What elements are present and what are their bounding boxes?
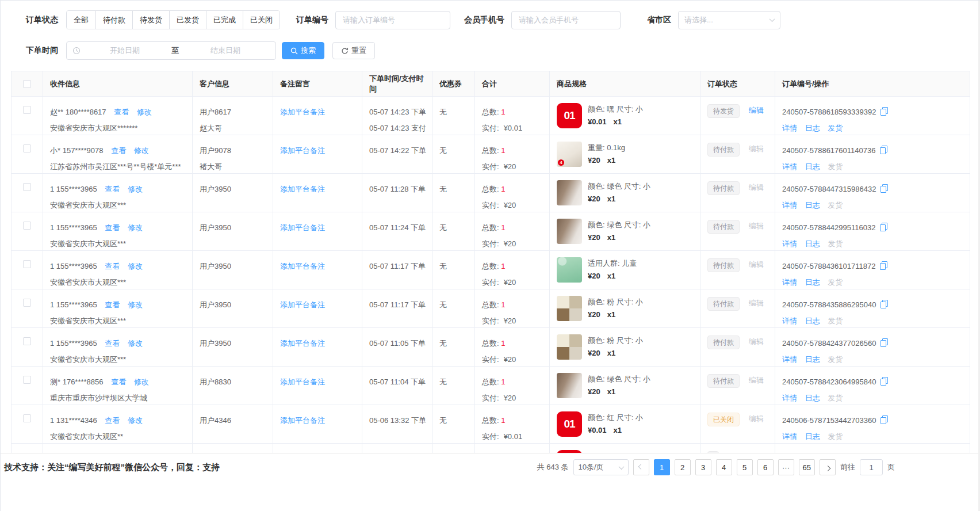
log-link[interactable]: 日志 bbox=[805, 124, 820, 132]
log-link[interactable]: 日志 bbox=[805, 355, 820, 364]
add-platform-note-link[interactable]: 添加平台备注 bbox=[280, 377, 325, 386]
row-checkbox[interactable] bbox=[23, 299, 31, 307]
view-recipient-link[interactable]: 查看 bbox=[105, 185, 120, 193]
edit-order-link[interactable]: 编辑 bbox=[749, 376, 764, 384]
start-date-placeholder[interactable]: 开始日期 bbox=[81, 45, 169, 56]
detail-link[interactable]: 详情 bbox=[782, 239, 797, 248]
add-platform-note-link[interactable]: 添加平台备注 bbox=[280, 108, 325, 116]
region-select[interactable]: 请选择... bbox=[678, 11, 780, 29]
ship-link[interactable]: 发货 bbox=[828, 278, 843, 287]
status-filter-button-5[interactable]: 已关闭 bbox=[243, 11, 280, 29]
log-link[interactable]: 日志 bbox=[805, 278, 820, 287]
order-no-input[interactable] bbox=[335, 11, 450, 29]
view-recipient-link[interactable]: 查看 bbox=[105, 339, 120, 348]
modify-recipient-link[interactable]: 修改 bbox=[128, 416, 143, 425]
log-link[interactable]: 日志 bbox=[805, 316, 820, 325]
page-button-65[interactable]: 65 bbox=[799, 459, 815, 475]
edit-order-link[interactable]: 编辑 bbox=[749, 299, 764, 307]
view-recipient-link[interactable]: 查看 bbox=[105, 223, 120, 232]
end-date-placeholder[interactable]: 结束日期 bbox=[181, 45, 270, 56]
page-button-6[interactable]: 6 bbox=[757, 459, 774, 475]
log-link[interactable]: 日志 bbox=[805, 432, 820, 441]
detail-link[interactable]: 详情 bbox=[782, 124, 797, 132]
edit-order-link[interactable]: 编辑 bbox=[749, 414, 764, 423]
detail-link[interactable]: 详情 bbox=[782, 278, 797, 287]
modify-recipient-link[interactable]: 修改 bbox=[137, 108, 152, 116]
log-link[interactable]: 日志 bbox=[805, 201, 820, 209]
detail-link[interactable]: 详情 bbox=[782, 316, 797, 325]
ship-link[interactable]: 发货 bbox=[828, 124, 843, 132]
status-filter-button-4[interactable]: 已完成 bbox=[206, 11, 243, 29]
ship-link[interactable]: 发货 bbox=[828, 355, 843, 364]
copy-icon[interactable] bbox=[881, 415, 888, 424]
page-button-4[interactable]: 4 bbox=[716, 459, 732, 475]
detail-link[interactable]: 详情 bbox=[782, 201, 797, 209]
view-recipient-link[interactable]: 查看 bbox=[114, 108, 129, 116]
page-button-1[interactable]: 1 bbox=[654, 459, 670, 475]
row-checkbox[interactable] bbox=[23, 183, 31, 191]
ship-link[interactable]: 发货 bbox=[828, 316, 843, 325]
page-button-2[interactable]: 2 bbox=[675, 459, 691, 475]
copy-icon[interactable] bbox=[881, 338, 888, 347]
more-pages-button[interactable]: ··· bbox=[778, 459, 794, 475]
edit-order-link[interactable]: 编辑 bbox=[749, 144, 764, 153]
edit-order-link[interactable]: 编辑 bbox=[749, 260, 764, 269]
modify-recipient-link[interactable]: 修改 bbox=[128, 185, 143, 193]
view-recipient-link[interactable]: 查看 bbox=[111, 377, 126, 386]
row-checkbox[interactable] bbox=[23, 414, 31, 422]
add-platform-note-link[interactable]: 添加平台备注 bbox=[280, 262, 325, 270]
status-filter-button-1[interactable]: 待付款 bbox=[95, 11, 132, 29]
edit-order-link[interactable]: 编辑 bbox=[749, 337, 764, 346]
copy-icon[interactable] bbox=[880, 146, 887, 154]
row-checkbox[interactable] bbox=[23, 144, 31, 152]
row-checkbox[interactable] bbox=[23, 337, 31, 345]
edit-order-link[interactable]: 编辑 bbox=[749, 222, 764, 230]
search-button[interactable]: 搜索 bbox=[282, 42, 324, 59]
prev-page-button[interactable] bbox=[633, 459, 649, 475]
modify-recipient-link[interactable]: 修改 bbox=[128, 262, 143, 270]
copy-icon[interactable] bbox=[881, 184, 888, 193]
log-link[interactable]: 日志 bbox=[805, 239, 820, 248]
ship-link[interactable]: 发货 bbox=[828, 239, 843, 248]
modify-recipient-link[interactable]: 修改 bbox=[134, 146, 149, 155]
copy-icon[interactable] bbox=[881, 377, 888, 386]
date-range-picker[interactable]: 开始日期 至 结束日期 bbox=[66, 41, 276, 60]
status-filter-button-2[interactable]: 待发货 bbox=[132, 11, 169, 29]
copy-icon[interactable] bbox=[880, 261, 887, 270]
row-checkbox[interactable] bbox=[23, 222, 31, 230]
page-button-3[interactable]: 3 bbox=[695, 459, 711, 475]
modify-recipient-link[interactable]: 修改 bbox=[128, 300, 143, 309]
phone-input[interactable] bbox=[511, 11, 621, 29]
copy-icon[interactable] bbox=[881, 300, 888, 308]
row-checkbox[interactable] bbox=[23, 106, 31, 114]
ship-link[interactable]: 发货 bbox=[828, 162, 843, 171]
status-filter-button-0[interactable]: 全部 bbox=[67, 11, 95, 29]
view-recipient-link[interactable]: 查看 bbox=[105, 262, 120, 270]
modify-recipient-link[interactable]: 修改 bbox=[128, 223, 143, 232]
log-link[interactable]: 日志 bbox=[805, 394, 820, 402]
add-platform-note-link[interactable]: 添加平台备注 bbox=[280, 416, 325, 425]
ship-link[interactable]: 发货 bbox=[828, 432, 843, 441]
add-platform-note-link[interactable]: 添加平台备注 bbox=[280, 300, 325, 309]
select-all-checkbox[interactable] bbox=[23, 80, 31, 88]
detail-link[interactable]: 详情 bbox=[782, 394, 797, 402]
ship-link[interactable]: 发货 bbox=[828, 394, 843, 402]
view-recipient-link[interactable]: 查看 bbox=[111, 146, 126, 155]
row-checkbox[interactable] bbox=[23, 376, 31, 384]
modify-recipient-link[interactable]: 修改 bbox=[128, 339, 143, 348]
edit-order-link[interactable]: 编辑 bbox=[749, 106, 764, 115]
modify-recipient-link[interactable]: 修改 bbox=[134, 377, 149, 386]
copy-icon[interactable] bbox=[881, 107, 888, 116]
ship-link[interactable]: 发货 bbox=[828, 201, 843, 209]
copy-icon[interactable] bbox=[880, 223, 887, 231]
add-platform-note-link[interactable]: 添加平台备注 bbox=[280, 339, 325, 348]
row-checkbox[interactable] bbox=[23, 260, 31, 268]
detail-link[interactable]: 详情 bbox=[782, 432, 797, 441]
goto-page-input[interactable] bbox=[860, 459, 883, 475]
log-link[interactable]: 日志 bbox=[805, 162, 820, 171]
detail-link[interactable]: 详情 bbox=[782, 355, 797, 364]
page-button-5[interactable]: 5 bbox=[737, 459, 753, 475]
next-page-button[interactable] bbox=[820, 459, 836, 475]
add-platform-note-link[interactable]: 添加平台备注 bbox=[280, 146, 325, 155]
status-filter-button-3[interactable]: 已发货 bbox=[169, 11, 206, 29]
